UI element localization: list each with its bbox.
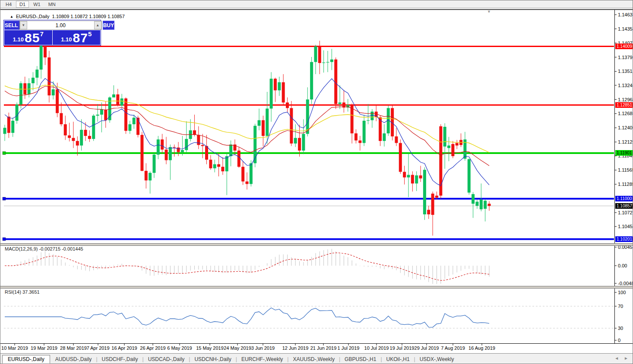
candle-body — [64, 124, 67, 135]
candle-body — [80, 130, 83, 145]
rsi-date-divider — [0, 343, 633, 344]
candle-body — [370, 112, 373, 120]
price-tag-1.10201: 1.10201 — [615, 236, 633, 242]
volume-stepper: ▼ ▲ — [19, 21, 102, 30]
chart-header: ▲ EURUSD-,Daily 1.10809 1.10872 1.10809 … — [10, 14, 125, 19]
symbol-tab-audusd-daily[interactable]: AUDUSD-,Daily — [51, 355, 96, 363]
candle-body — [399, 143, 402, 172]
price-tick-label: 1.11565 — [618, 167, 633, 173]
candle-body — [11, 121, 14, 133]
candle-body — [145, 171, 148, 180]
candle-body — [35, 69, 38, 78]
candle-body — [76, 141, 79, 146]
macd-tick-label: 0.00 — [618, 263, 627, 268]
candle-body — [322, 63, 325, 63]
candle-body — [177, 147, 180, 152]
candle-body — [286, 103, 289, 108]
date-label: 6 May 2019 — [167, 345, 192, 351]
price-tag-1.14009: 1.14009 — [615, 44, 633, 49]
candle-body — [403, 172, 406, 177]
candle-body — [282, 82, 285, 103]
candle-body — [447, 145, 450, 148]
symbol-tab-xauusd-weekly[interactable]: XAUUSD-,Weekly — [288, 355, 339, 363]
sell-price-main: 85 — [25, 32, 40, 44]
price-tick-label: 1.13240 — [618, 83, 633, 88]
macd-indicator-label: MACD(12,26,9) -0.002715 -0.001445 — [5, 246, 83, 251]
tab-scroll-left-icon[interactable]: ◄ — [614, 356, 619, 361]
candle-body — [197, 135, 200, 145]
candle-body — [354, 133, 358, 140]
one-click-trading-panel: SELL ▼ ▲ BUY 1.10 85 7 1.10 87 5 — [4, 20, 101, 45]
candle-body — [120, 98, 123, 105]
symbol-tab-eurchf-weekly[interactable]: EURCHF-,Weekly — [237, 355, 287, 363]
chart-symbol-label: EURUSD-,Daily — [16, 14, 50, 19]
macd-rsi-divider[interactable] — [0, 286, 633, 289]
candle-body — [423, 170, 426, 214]
chart-shift-marker-icon[interactable]: ▼ — [487, 9, 491, 14]
candle-body — [358, 141, 361, 143]
candle-body — [294, 138, 297, 144]
candle-body — [152, 155, 155, 173]
candle-body — [133, 118, 136, 124]
candle-body — [161, 139, 164, 149]
price-tag-1.10857: 1.10857 — [615, 203, 633, 209]
candle-body — [480, 200, 483, 209]
candles-layer — [3, 22, 491, 235]
candle-body — [173, 147, 176, 147]
main-macd-divider[interactable] — [0, 243, 633, 246]
candle-body — [484, 201, 487, 209]
trade-panel-collapse-arrow-icon[interactable]: ▲ — [10, 15, 13, 19]
candle-body — [351, 105, 354, 134]
volume-decrease-icon[interactable]: ▼ — [20, 21, 27, 29]
symbol-tab-gbpusd-h1[interactable]: GBPUSD-,H1 — [340, 355, 380, 363]
symbol-tab-usdcnh-daily[interactable]: USDCNH-,Daily — [190, 355, 235, 363]
candle-body — [52, 89, 55, 95]
rsi-tick-label: 70 — [618, 304, 623, 309]
candle-body — [136, 118, 139, 135]
buy-price-quote[interactable]: 1.10 87 5 — [53, 30, 101, 45]
symbol-tab-eurusd-daily[interactable]: EURUSD-,Daily — [2, 355, 50, 364]
candle-body — [262, 120, 265, 136]
volume-increase-icon[interactable]: ▲ — [94, 21, 101, 29]
sell-button[interactable]: SELL — [4, 21, 19, 30]
symbol-tab-usdcad-daily[interactable]: USDCAD-,Daily — [144, 355, 189, 363]
candle-body — [124, 98, 127, 131]
candle-body — [318, 46, 321, 63]
date-label: 29 Jul 2019 — [415, 345, 439, 351]
candle-body — [367, 120, 370, 121]
price-tick-label: 1.14355 — [618, 26, 633, 31]
price-tag-1.11901: 1.11901 — [615, 150, 633, 156]
candle-body — [266, 109, 269, 136]
candle-body — [213, 164, 216, 168]
candle-body — [363, 121, 366, 143]
price-tick-label: 1.13795 — [618, 55, 633, 60]
candle-body — [229, 144, 232, 156]
symbol-tab-ukoil-h1[interactable]: UKOil-,H1 — [382, 355, 414, 363]
buy-price-prefix: 1.10 — [61, 35, 72, 44]
tab-scroll-arrows: ◄ ► — [614, 356, 628, 361]
candle-body — [258, 120, 261, 126]
candle-body — [3, 128, 6, 134]
date-label: 7 Apr 2019 — [86, 345, 109, 351]
tab-scroll-right-icon[interactable]: ► — [624, 356, 628, 361]
volume-input[interactable] — [27, 21, 94, 29]
candle-body — [84, 130, 87, 136]
level-line-handle — [3, 238, 6, 241]
sell-price-quote[interactable]: 1.10 85 7 — [4, 30, 53, 45]
candle-body — [7, 117, 10, 133]
ma-fast-line — [5, 78, 489, 186]
price-tag-1.11000: 1.11000 — [615, 196, 633, 201]
candle-body — [435, 196, 438, 198]
candle-body — [116, 94, 119, 106]
candle-body — [451, 144, 454, 156]
chart-canvas[interactable] — [0, 0, 633, 364]
symbol-tab-usdchf-daily[interactable]: USDCHF-,Daily — [98, 355, 142, 363]
symbol-tab-usdx-weekly[interactable]: USDX-,Weekly — [415, 355, 459, 363]
candle-body — [241, 167, 244, 182]
chart-tabbar: EURUSD-,DailyAUDUSD-,Daily|USDCHF-,Daily… — [0, 353, 633, 364]
candle-body — [314, 46, 317, 62]
rsi-tick-label: 0 — [618, 338, 620, 343]
candle-body — [181, 150, 184, 152]
buy-price-main: 87 — [73, 32, 88, 44]
buy-button[interactable]: BUY — [103, 21, 114, 30]
